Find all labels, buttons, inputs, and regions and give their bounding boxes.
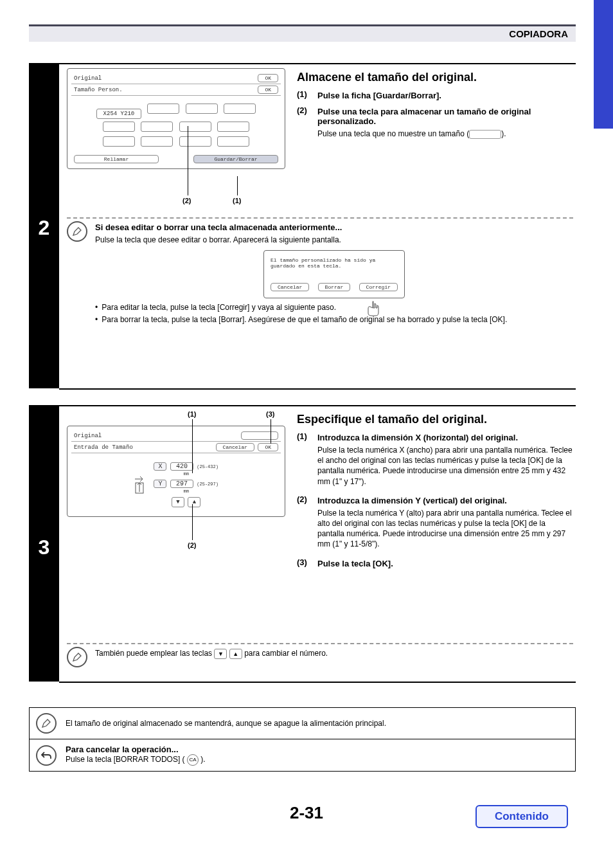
screen2-title: Original [74, 433, 102, 439]
y-button[interactable]: Y [154, 480, 166, 488]
callout-line [271, 419, 271, 444]
empty-key[interactable] [141, 136, 173, 147]
screen2-titlebar: Original [71, 430, 281, 442]
callout-1: (1) [233, 197, 241, 204]
item-body: Pulse una tecla que no muestre un tamaño… [317, 129, 573, 139]
screen2-wrap: (1) (3) Original Entrada de Tamaño Cance… [67, 410, 285, 574]
bullet: •Para borrar la tecla, pulse la tecla [B… [95, 314, 573, 325]
bullet: •Para editar la tecla, pulse la tecla [C… [95, 302, 573, 312]
step3-arrow-note: También puede emplear las teclas ▼ ▲ par… [59, 647, 576, 667]
empty-key[interactable] [103, 122, 135, 132]
screen1-ok2[interactable]: OK [258, 86, 278, 94]
screen2-subbar: Entrada de Tamaño Cancelar OK [71, 442, 281, 453]
step2-heading: Almacene el tamaño del original. [297, 71, 573, 84]
step3-item1: (1) Introduzca la dimensión X (horizonta… [297, 431, 573, 492]
step2-bottom-rule [59, 387, 576, 390]
callout-3: (3) [266, 410, 274, 418]
callout-1: (1) [188, 410, 196, 418]
ca-key-icon: CA [187, 754, 199, 766]
cancel-title: Para cancelar la operación... [66, 745, 206, 754]
popup-wrap: El tamaño personalizado ha sido ya guard… [263, 250, 405, 298]
header-title: COPIADORA [509, 28, 568, 39]
empty-key[interactable] [224, 104, 256, 114]
callout-line [192, 419, 193, 473]
orientation-icon [134, 475, 148, 494]
step3-upper: (1) (3) Original Entrada de Tamaño Cance… [59, 405, 576, 640]
callout-2: (2) [182, 197, 191, 204]
item-bold: Introduzca la dimensión X (horizontal) d… [317, 433, 573, 442]
popup-amend-button[interactable]: Corregir [359, 283, 398, 291]
cancel-body: Pulse la tecla [BORRAR TODOS] ( CA ). [66, 754, 206, 766]
screen2: Original Entrada de Tamaño Cancelar OK [67, 426, 285, 517]
screen1-titlebar: Original OK [71, 73, 281, 84]
step3-item3: (3) Pulse la tecla [OK]. [297, 557, 573, 571]
item-bold: Pulse una tecla para almacenar un tamaño… [317, 107, 573, 126]
note-row: Si desea editar o borrar una tecla almac… [67, 221, 573, 327]
screen1-wrap: Original OK Tamaño Person. OK X254 Y210 [67, 68, 285, 169]
item-num: (3) [297, 557, 312, 571]
tab-store-delete[interactable]: Guardar/Borrar [193, 155, 278, 163]
popup-delete-button[interactable]: Borrar [318, 283, 351, 291]
step3-heading: Especifique el tamaño del original. [297, 413, 573, 426]
footer-note1: El tamaño de original almacenado se mant… [66, 718, 386, 728]
up-arrow-icon: ▲ [229, 649, 242, 659]
callout-line [237, 176, 238, 195]
screen1-ok[interactable]: OK [258, 74, 278, 82]
y-value[interactable]: 297 [170, 480, 193, 488]
step3-bottom-rule [59, 680, 576, 683]
pencil-note-icon [36, 713, 57, 734]
empty-key[interactable] [147, 104, 179, 114]
body-post: ). [501, 129, 506, 138]
callout-line [188, 126, 188, 195]
contents-button[interactable]: Contenido [475, 805, 568, 828]
item-bold: Pulse la tecla [OK]. [317, 559, 573, 568]
screen1-tabs: Rellamar Guardar/Borrar [71, 152, 281, 163]
stored-key-label: X254 Y210 [103, 111, 135, 117]
step2-item2: (2) Pulse una tecla para almacenar un ta… [297, 105, 573, 144]
empty-key[interactable] [217, 136, 249, 147]
empty-key[interactable] [141, 122, 173, 132]
item-body: Pulse la tecla numérica X (ancho) para a… [317, 445, 573, 487]
screen2-ok-button[interactable]: OK [258, 443, 278, 451]
x-value[interactable]: 420 [170, 462, 193, 471]
popup-line2: guardado en esta tecla. [271, 263, 398, 269]
x-button[interactable]: X [154, 462, 166, 471]
body-pre: Pulse una tecla que no muestre un tamaño… [317, 129, 469, 138]
note-intro-bold: Si desea editar o borrar una tecla almac… [95, 222, 573, 232]
blank-key-icon [469, 130, 501, 139]
ca-label: CA [189, 757, 196, 764]
up-arrow-button[interactable]: ▲ [188, 497, 200, 507]
pencil-note-icon [67, 647, 87, 667]
dashed-separator [67, 643, 573, 644]
screen2-subtitle: Entrada de Tamaño [74, 444, 133, 451]
stored-key[interactable]: X254 Y210 [96, 109, 141, 119]
item-num: (1) [297, 89, 312, 103]
note-intro-body: Pulse la tecla que desee editar o borrar… [95, 235, 573, 245]
empty-key[interactable] [217, 122, 249, 132]
dashed-separator [67, 217, 573, 219]
tab-recall[interactable]: Rellamar [74, 155, 159, 163]
empty-key[interactable] [179, 122, 211, 132]
down-arrow-icon: ▼ [214, 649, 227, 659]
pencil-note-icon [67, 221, 87, 242]
empty-key[interactable] [186, 104, 218, 114]
bullet-text: Para editar la tecla, pulse la tecla [Co… [102, 302, 336, 312]
step2-lower: Si desea editar o borrar una tecla almac… [59, 221, 576, 334]
step3-text: Especifique el tamaño del original. (1) … [297, 410, 573, 574]
empty-key[interactable] [179, 136, 211, 147]
screen2-ok-top[interactable] [241, 431, 278, 440]
cancel-body-post: ). [199, 755, 206, 764]
page: COPIADORA 2 Original OK Tamaño Person. O… [0, 0, 613, 868]
empty-key[interactable] [103, 136, 135, 147]
side-strip [594, 0, 613, 129]
arrow-note-post: para cambiar el número. [244, 649, 328, 658]
arrow-note-pre: También puede emplear las teclas [95, 649, 214, 658]
popup-line1: El tamaño personalizado ha sido ya [271, 257, 398, 263]
screen2-cancel-button[interactable]: Cancelar [216, 443, 254, 451]
popup-cancel-button[interactable]: Cancelar [271, 283, 309, 291]
item-bold: Pulse la ficha [Guardar/Borrar]. [317, 91, 573, 100]
down-arrow-button[interactable]: ▼ [172, 497, 184, 507]
step-badge-3: 3 [29, 405, 59, 682]
step-number: 3 [29, 530, 59, 559]
cancel-body-pre: Pulse la tecla [BORRAR TODOS] ( [66, 755, 187, 764]
